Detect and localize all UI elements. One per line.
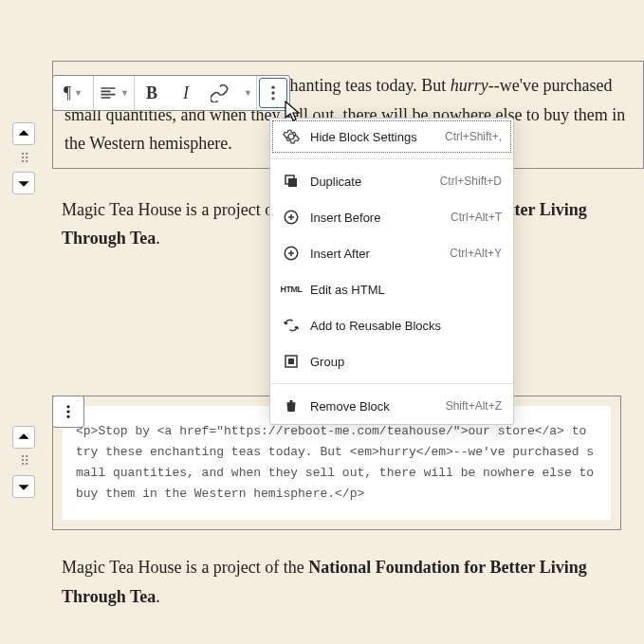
trash-icon — [282, 396, 301, 415]
block-more-options-button[interactable] — [52, 396, 84, 428]
block-options-menu: Hide Block Settings Ctrl+Shift+, Duplica… — [269, 118, 514, 425]
svg-point-10 — [67, 410, 70, 413]
menu-hide-block-settings[interactable]: Hide Block Settings Ctrl+Shift+, — [270, 119, 513, 155]
gear-icon — [282, 127, 301, 146]
duplicate-icon — [282, 172, 301, 191]
menu-remove-block[interactable]: Remove Block Shift+Alt+Z — [270, 388, 513, 424]
block-toolbar: ¶▼ ▼ B I ▼ — [52, 75, 290, 111]
html-icon: HTML — [282, 280, 301, 299]
menu-group[interactable]: Group — [270, 343, 513, 379]
move-down-button[interactable] — [12, 172, 35, 194]
following-paragraph: Magic Tea House is a project of the Nati… — [62, 553, 635, 611]
svg-rect-4 — [288, 178, 297, 187]
menu-insert-before[interactable]: Insert Before Ctrl+Alt+T — [270, 199, 513, 235]
insert-before-icon — [282, 208, 301, 227]
move-up-button[interactable] — [12, 122, 35, 145]
menu-duplicate[interactable]: Duplicate Ctrl+Shift+D — [270, 163, 513, 199]
more-options-button[interactable] — [259, 78, 287, 108]
rich-text-more-button[interactable]: ▼ — [237, 76, 256, 110]
svg-rect-8 — [288, 359, 294, 364]
drag-handle-icon[interactable]: ⠿ — [12, 149, 35, 168]
move-down-button[interactable] — [12, 475, 35, 498]
block-type-button[interactable]: ¶▼ — [53, 76, 93, 110]
menu-separator — [270, 383, 513, 384]
move-up-button[interactable] — [12, 426, 35, 449]
drag-handle-icon[interactable]: ⠿ — [12, 452, 35, 471]
svg-point-9 — [67, 405, 70, 408]
menu-add-reusable[interactable]: Add to Reusable Blocks — [270, 307, 513, 343]
menu-edit-html[interactable]: HTML Edit as HTML — [270, 271, 513, 307]
link-button[interactable] — [203, 76, 237, 110]
bold-button[interactable]: B — [135, 76, 169, 110]
menu-insert-after[interactable]: Insert After Ctrl+Alt+Y — [270, 235, 513, 271]
italic-button[interactable]: I — [169, 76, 203, 110]
menu-separator — [270, 158, 513, 159]
svg-point-0 — [271, 86, 274, 89]
svg-point-11 — [67, 415, 70, 418]
group-icon — [282, 352, 301, 371]
svg-point-2 — [271, 97, 274, 100]
reusable-icon — [282, 316, 301, 335]
align-button[interactable]: ▼ — [94, 76, 134, 110]
insert-after-icon — [282, 244, 301, 263]
svg-point-1 — [271, 91, 274, 94]
